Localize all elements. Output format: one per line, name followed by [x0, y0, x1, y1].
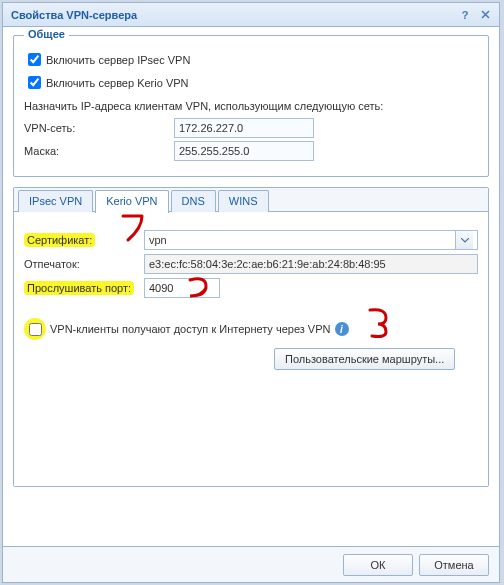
vpn-server-properties-dialog: Свойства VPN-сервера ? Общее Включить се… — [2, 2, 500, 583]
tab-kerio[interactable]: Kerio VPN — [95, 190, 168, 213]
help-button[interactable]: ? — [457, 7, 473, 23]
cert-value: vpn — [149, 234, 167, 246]
vpn-net-input[interactable] — [174, 118, 314, 138]
vpn-clients-internet-label: VPN-клиенты получают доступ к Интернету … — [50, 323, 331, 335]
tab-body-kerio: Сертификат: vpn Отпечаток: Прослушивать … — [14, 212, 488, 486]
enable-kerio-label: Включить сервер Kerio VPN — [46, 77, 189, 89]
tab-wins[interactable]: WINS — [218, 190, 269, 212]
fingerprint-input — [144, 254, 478, 274]
fingerprint-label: Отпечаток: — [24, 258, 144, 270]
custom-routes-button[interactable]: Пользовательские маршруты... — [274, 348, 455, 370]
mask-input[interactable] — [174, 141, 314, 161]
tab-strip: IPsec VPN Kerio VPN DNS WINS — [14, 188, 488, 212]
close-button[interactable] — [477, 7, 493, 23]
tab-ipsec[interactable]: IPsec VPN — [18, 190, 93, 212]
cancel-button[interactable]: Отмена — [419, 554, 489, 576]
tab-container: IPsec VPN Kerio VPN DNS WINS Сертификат:… — [13, 187, 489, 487]
enable-ipsec-checkbox[interactable] — [28, 53, 41, 66]
tab-dns[interactable]: DNS — [171, 190, 216, 212]
group-title: Общее — [24, 28, 69, 40]
titlebar: Свойства VPN-сервера ? — [3, 3, 499, 27]
port-input[interactable] — [144, 278, 220, 298]
cert-label: Сертификат: — [24, 233, 95, 247]
enable-ipsec-row[interactable]: Включить сервер IPsec VPN — [24, 50, 478, 69]
enable-kerio-row[interactable]: Включить сервер Kerio VPN — [24, 73, 478, 92]
mask-label: Маска: — [24, 145, 174, 157]
port-label: Прослушивать порт: — [24, 281, 134, 295]
cert-select[interactable]: vpn — [144, 230, 478, 250]
window-title: Свойства VPN-сервера — [11, 9, 453, 21]
enable-kerio-checkbox[interactable] — [28, 76, 41, 89]
vpn-clients-internet-checkbox[interactable] — [29, 323, 42, 336]
chevron-down-icon — [455, 231, 473, 249]
assign-ip-label: Назначить IP-адреса клиентам VPN, исполь… — [24, 100, 478, 112]
ok-button[interactable]: ОК — [343, 554, 413, 576]
vpn-net-label: VPN-сеть: — [24, 122, 174, 134]
general-group: Общее Включить сервер IPsec VPN Включить… — [13, 35, 489, 177]
dialog-footer: ОК Отмена — [3, 546, 499, 582]
enable-ipsec-label: Включить сервер IPsec VPN — [46, 54, 190, 66]
info-icon[interactable]: i — [335, 322, 349, 336]
